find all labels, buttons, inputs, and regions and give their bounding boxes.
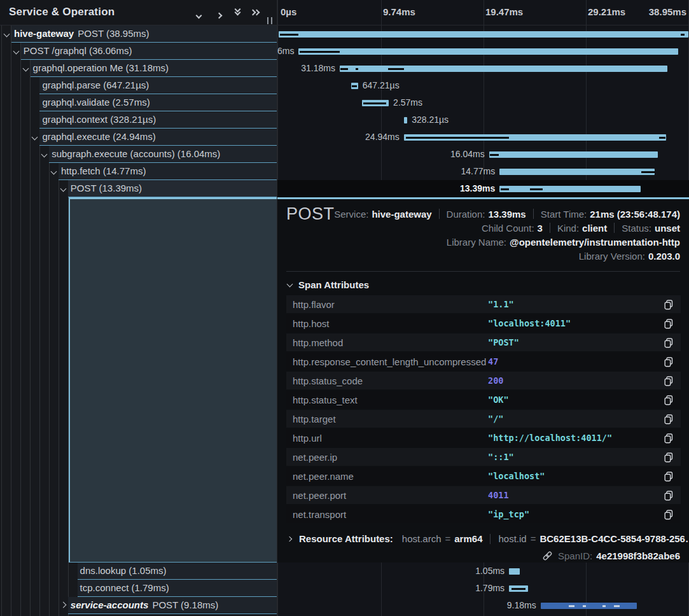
span-bar[interactable] [499,186,640,192]
span-meta-line: Service:hive-gatewayDuration:13.39msStar… [334,207,680,221]
span-bar-segment [512,588,525,590]
chevron-right-icon[interactable] [60,602,66,608]
span-name-cell: dns.lookup (1.05ms) [78,563,277,580]
attribute-key: http.method [286,337,488,348]
tree-row[interactable]: graphql.execute (24.94ms) [0,129,277,146]
span-bar[interactable] [499,169,655,175]
meta-value: 21ms (23:56:48.174) [590,209,680,220]
tree-row[interactable]: subgraph.execute (accounts) (16.04ms) [0,146,277,163]
span-bar[interactable] [298,48,678,55]
chevron-down-icon[interactable] [13,48,19,55]
span-bar-segment [406,137,509,139]
span-duration-label: 2.57ms [393,94,422,111]
tree-row[interactable]: graphql.parse (647.21µs) [0,77,277,94]
chevron-down-icon[interactable] [41,151,48,158]
span-name-cell: graphql.parse (647.21µs) [39,77,277,94]
attribute-value: "1.1" [488,299,514,309]
span-bar[interactable] [279,31,688,38]
span-bar[interactable] [541,603,637,609]
copy-icon[interactable] [664,319,673,329]
copy-icon[interactable] [664,395,673,405]
attribute-value: 200 [488,375,503,386]
span-bar-segment [602,605,606,607]
span-duration-label: 14.77ms [461,163,496,180]
attribute-value: "localhost" [488,471,545,481]
operation-name: graphql.operation Me (31.18ms) [33,62,169,73]
resource-value: arm64 [454,533,482,544]
span-bar[interactable] [351,83,358,89]
meta-value: 3 [538,223,543,234]
span-bar[interactable] [489,151,658,158]
tree-row[interactable]: dns.lookup (1.05ms) [0,563,277,580]
tree-row[interactable]: POST /graphql (36.06ms) [0,43,277,60]
chevron-right-icon[interactable] [217,9,226,17]
copy-icon[interactable] [664,300,673,310]
copy-icon[interactable] [664,376,673,386]
span-attributes-toggle[interactable]: Span Attributes [288,279,369,290]
tree-row[interactable]: graphql.validate (2.57ms) [0,94,277,111]
copy-icon[interactable] [664,414,673,424]
span-bar[interactable] [340,66,668,72]
chevron-down-icon[interactable] [4,31,10,38]
span-bar[interactable] [404,117,407,123]
meta-label: Kind: [557,223,579,234]
copy-icon[interactable] [664,338,673,348]
tree-row[interactable]: hive-gatewayPOST (38.95ms) [0,25,277,43]
span-id-row: SpanID: 4e21998f3b82abe6 [542,550,680,561]
tree-row[interactable]: POST (13.39ms) [0,180,277,197]
span-id-label: SpanID: [558,550,592,561]
link-icon[interactable] [542,551,553,561]
operation-name: subgraph.execute (accounts) (16.04ms) [52,148,220,159]
copy-icon[interactable] [664,433,673,444]
span-bar[interactable] [362,100,389,106]
resource-key: host.id [498,533,526,544]
span-detail-panel: POST Service:hive-gatewayDuration:13.39m… [277,197,689,563]
trace-viewer: 0µs9.74ms19.47ms29.21ms38.95ms 38.95ms36… [0,0,689,616]
tree-header-title: Service & Operation [9,0,115,24]
span-name-cell: hive-gatewayPOST (38.95ms) [11,25,277,43]
chevron-down-icon[interactable] [22,66,29,72]
copy-icon[interactable] [664,491,673,501]
span-bar[interactable] [509,568,520,575]
panel-resize-handle[interactable] [267,17,272,24]
copy-icon[interactable] [664,472,673,482]
tree-row[interactable]: service-accountsPOST (9.18ms) [0,597,277,614]
span-bar-segment [356,68,358,70]
divider [286,271,680,272]
span-name-cell: POST /graphql (36.06ms) [21,43,277,60]
tree-row[interactable]: graphql.context (328.21µs) [0,111,277,129]
span-bar-segment [641,171,655,173]
operation-name: POST (13.39ms) [71,183,142,193]
operation-name: graphql.validate (2.57ms) [42,97,150,108]
timeline-row: 31.18ms [277,60,689,77]
span-bar[interactable] [509,585,528,592]
equals-sign: = [531,533,536,544]
attribute-row: http.host"localhost:4011" [286,314,681,333]
resource-attributes-row[interactable]: Resource Attributes: host.arch=arm64host… [288,533,689,544]
chevron-down-icon[interactable] [60,186,66,192]
tree-row[interactable]: http.fetch (14.77ms) [0,163,277,180]
copy-icon[interactable] [664,510,673,520]
meta-label: Library Version: [579,251,645,262]
span-duration-label: 647.21µs [363,77,400,94]
span-bar-segment [340,68,348,70]
tree-row[interactable]: graphql.operation Me (31.18ms) [0,60,277,77]
selected-span-area[interactable] [69,197,277,563]
double-chevron-down-icon[interactable] [234,7,243,15]
span-bar[interactable] [404,134,666,141]
attribute-key: http.flavor [286,299,488,310]
tree-row[interactable]: tcp.connect (1.79ms) [0,580,277,597]
copy-icon[interactable] [664,452,673,463]
span-duration-label: 13.39ms [460,180,495,197]
attribute-key: http.status_code [286,375,488,386]
attribute-row: net.transport"ip_tcp" [286,505,681,524]
meta-label: Child Count: [482,223,534,234]
span-bar-segment [388,68,404,70]
chevron-down-icon[interactable] [197,9,205,17]
double-chevron-right-icon[interactable] [251,9,260,17]
chevron-down-icon[interactable] [32,134,38,141]
chevron-down-icon[interactable] [51,169,57,175]
span-bar-segment [659,137,665,139]
copy-icon[interactable] [664,357,673,367]
meta-value: 0.203.0 [648,251,680,262]
